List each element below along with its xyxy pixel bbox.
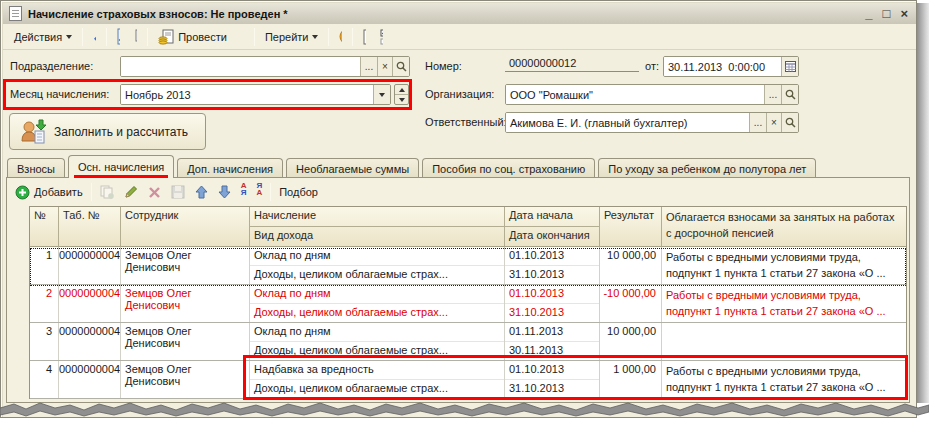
cell-pension[interactable]: Работы с вредными условиями труда, подпу…	[662, 247, 906, 284]
table-row[interactable]: 2 0000000004 Земцов Олег Денисович Оклад…	[30, 285, 906, 323]
cell-accrual-name[interactable]: Оклад по дням	[250, 247, 504, 266]
spin-up-button[interactable]	[395, 85, 408, 95]
month-field[interactable]: Ноябрь 2013	[120, 84, 391, 105]
department-value[interactable]	[121, 57, 360, 76]
header-employee[interactable]: Сотрудник	[121, 207, 250, 246]
cell-num[interactable]: 1	[30, 247, 59, 284]
cell-date-end[interactable]: 31.10.2013	[505, 304, 599, 322]
edit-row-button[interactable]	[119, 182, 143, 202]
organization-field[interactable]: ООО "Ромашки" ...	[505, 84, 799, 105]
cell-date-end[interactable]: 30.11.2013	[505, 342, 599, 360]
dropdown-button[interactable]	[373, 85, 390, 104]
sort-desc-button[interactable]: Я А	[251, 182, 267, 202]
cell-num[interactable]: 2	[30, 285, 59, 322]
cell-employee[interactable]: Земцов Олег Денисович	[121, 323, 250, 360]
settings-button[interactable]	[373, 28, 390, 45]
spin-down-button[interactable]	[395, 95, 408, 104]
magnifier-button[interactable]	[781, 85, 798, 104]
cell-date-start[interactable]: 01.10.2013	[505, 285, 599, 304]
cell-income-type[interactable]: Доходы, целиком облагаемые страх...	[250, 342, 504, 360]
cell-accrual[interactable]: Надбавка за вредность Доходы, целиком об…	[250, 361, 505, 398]
cell-num[interactable]: 4	[30, 361, 59, 398]
magnifier-button[interactable]	[781, 113, 798, 132]
save-button[interactable]	[86, 28, 103, 45]
tab-neoblagaemye-summy[interactable]: Необлагаемые суммы	[286, 158, 419, 178]
tab-vznosy[interactable]: Взносы	[7, 158, 65, 178]
cell-accrual-name[interactable]: Надбавка за вредность	[250, 361, 504, 380]
cell-employee[interactable]: Земцов Олег Денисович	[121, 361, 250, 398]
header-date-group[interactable]: Дата начала Дата окончания	[505, 207, 600, 246]
header-accrual-group[interactable]: Начисление Вид дохода	[250, 207, 505, 246]
minimize-button[interactable]: _	[865, 7, 872, 20]
ellipsis-button[interactable]: ...	[360, 57, 377, 76]
magnifier-button[interactable]	[392, 57, 409, 76]
cell-dates[interactable]: 01.11.2013 30.11.2013	[505, 323, 600, 360]
cell-tab-num[interactable]: 0000000004	[59, 247, 121, 284]
header-result[interactable]: Результат	[600, 207, 662, 246]
number-value[interactable]: 00000000012	[505, 54, 639, 72]
header-num[interactable]: №	[30, 207, 59, 246]
header-date-end[interactable]: Дата окончания	[505, 227, 599, 246]
cell-pension[interactable]	[662, 323, 906, 360]
header-accrual[interactable]: Начисление	[250, 207, 504, 227]
delete-row-button[interactable]	[143, 182, 166, 202]
cell-date-end[interactable]: 31.10.2013	[505, 266, 599, 284]
maximize-button[interactable]: □	[883, 7, 891, 20]
date-value[interactable]: 30.11.2013 0:00:00	[664, 57, 781, 76]
tab-po-uhodu[interactable]: По уходу за ребенком до полутора лет	[598, 158, 816, 178]
cell-dates[interactable]: 01.10.2013 31.10.2013	[505, 247, 600, 284]
close-button[interactable]: ×	[900, 7, 908, 20]
responsible-field[interactable]: Акимова Е. И. (главный бухгалтер) ... ×	[505, 112, 799, 133]
ellipsis-button[interactable]: ...	[764, 85, 781, 104]
post-button[interactable]: Провести	[151, 26, 234, 48]
header-tab-num[interactable]: Таб. №	[59, 207, 121, 246]
calendar-button[interactable]	[781, 57, 798, 76]
fill-and-calculate-button[interactable]: Заполнить и рассчитать	[9, 113, 206, 150]
month-value[interactable]: Ноябрь 2013	[121, 85, 373, 104]
department-field[interactable]: ... ×	[120, 56, 410, 77]
clear-icon[interactable]: ×	[766, 113, 781, 132]
move-up-button[interactable]	[190, 182, 213, 202]
cell-tab-num[interactable]: 0000000004	[59, 285, 121, 322]
cell-accrual-name[interactable]: Оклад по дням	[250, 323, 504, 342]
table-row[interactable]: 3 0000000004 Земцов Олег Денисович Оклад…	[30, 323, 906, 361]
add-row-button[interactable]: Добавить	[10, 182, 88, 202]
month-spinner[interactable]	[394, 84, 409, 105]
cell-result[interactable]: 10 000,00	[600, 247, 662, 284]
refresh-button[interactable]	[110, 28, 127, 45]
go-menu-button[interactable]: Перейти	[258, 26, 326, 48]
copy-button[interactable]	[127, 28, 144, 45]
cell-tab-num[interactable]: 0000000004	[59, 361, 121, 398]
pick-button[interactable]: Подбор	[274, 182, 323, 202]
structure-button[interactable]	[356, 28, 373, 45]
actions-menu-button[interactable]: Действия	[7, 26, 79, 48]
header-income-type[interactable]: Вид дохода	[250, 227, 504, 246]
cell-date-start[interactable]: 01.10.2013	[505, 361, 599, 380]
cell-num[interactable]: 3	[30, 323, 59, 360]
tab-dop-nachisleniya[interactable]: Доп. начисления	[177, 158, 283, 178]
clear-icon[interactable]: ×	[377, 57, 392, 76]
sort-asc-button[interactable]: А Я	[236, 182, 252, 202]
header-date-start[interactable]: Дата начала	[505, 207, 599, 227]
cell-accrual[interactable]: Оклад по дням Доходы, целиком облагаемые…	[250, 323, 505, 360]
table-row[interactable]: 1 0000000004 Земцов Олег Денисович Оклад…	[30, 247, 906, 285]
tab-osn-nachisleniya[interactable]: Осн. начисления	[68, 155, 174, 178]
cell-tab-num[interactable]: 0000000004	[59, 323, 121, 360]
cell-accrual[interactable]: Оклад по дням Доходы, целиком облагаемые…	[250, 285, 505, 322]
cell-pension[interactable]: Работы с вредными условиями труда, подпу…	[662, 285, 906, 322]
responsible-value[interactable]: Акимова Е. И. (главный бухгалтер)	[506, 113, 749, 132]
date-field[interactable]: 30.11.2013 0:00:00	[663, 56, 799, 77]
organization-value[interactable]: ООО "Ромашки"	[506, 85, 764, 104]
cell-result[interactable]: 1 000,00	[600, 361, 662, 398]
cell-accrual[interactable]: Оклад по дням Доходы, целиком облагаемые…	[250, 247, 505, 284]
table-row[interactable]: 4 0000000004 Земцов Олег Денисович Надба…	[30, 361, 906, 399]
cell-date-start[interactable]: 01.10.2013	[505, 247, 599, 266]
cell-income-type[interactable]: Доходы, целиком облагаемые страх...	[250, 380, 504, 398]
cell-result[interactable]: 10 000,00	[600, 323, 662, 360]
cell-employee[interactable]: Земцов Олег Денисович	[121, 247, 250, 284]
ellipsis-button[interactable]: ...	[749, 113, 766, 132]
cell-pension[interactable]: Работы с вредными условиями труда, подпу…	[662, 361, 906, 398]
cell-dates[interactable]: 01.10.2013 31.10.2013	[505, 361, 600, 398]
cell-employee[interactable]: Земцов Олег Денисович	[121, 285, 250, 322]
tab-posobiya[interactable]: Пособия по соц. страхованию	[422, 158, 595, 178]
